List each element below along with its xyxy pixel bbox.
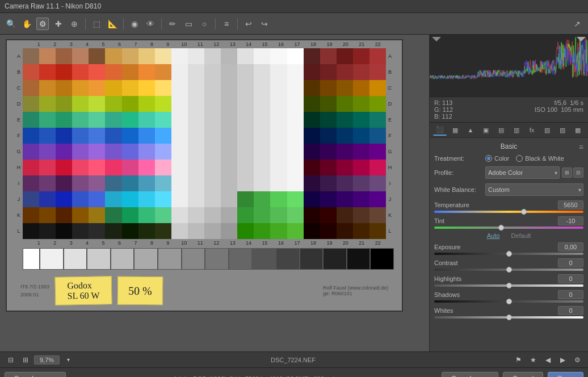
zoom-dropdown-arrow[interactable]: ▾ (62, 354, 74, 366)
minimize-icon[interactable]: ⊟ (5, 354, 17, 366)
color-sample-tool[interactable]: ✚ (52, 18, 65, 30)
calibration-icon[interactable]: ▩ (571, 124, 585, 136)
hand-tool[interactable]: ✋ (20, 18, 33, 30)
star-icon[interactable]: ★ (527, 354, 539, 366)
tint-track[interactable] (434, 227, 583, 229)
shadows-thumb[interactable] (506, 299, 512, 304)
cancel-button[interactable]: Cancel (503, 372, 543, 378)
temperature-row: Temperature (434, 200, 583, 213)
exposure-thumb[interactable] (506, 251, 512, 257)
zoom-level[interactable]: 9,7% (34, 355, 60, 365)
effects-icon[interactable]: ▨ (556, 124, 569, 136)
highlights-row: Highlights (434, 274, 583, 287)
tone-curve-icon[interactable]: ▲ (464, 124, 477, 136)
target-tool[interactable]: ⊕ (68, 18, 81, 30)
main-area: 1 2 3 4 5 6 7 8 9 10 11 12 13 14 (0, 35, 588, 351)
temperature-thumb[interactable] (521, 209, 527, 215)
toolbar-divider-4 (215, 18, 216, 30)
wb-dropdown[interactable]: Custom As Shot Auto Daylight Cloudy Shad… (485, 183, 583, 196)
save-image-button[interactable]: Save Image... (5, 372, 66, 378)
contrast-value[interactable] (558, 258, 583, 267)
color-radio[interactable]: Color (485, 155, 509, 162)
redo-tool[interactable]: ↪ (258, 18, 271, 30)
shadows-label: Shadows (434, 291, 460, 298)
profile-dropdown[interactable]: Adobe Color (485, 166, 560, 179)
wb-label: White Balance: (434, 186, 485, 193)
next-icon[interactable]: ▶ (556, 354, 569, 366)
highlights-track[interactable] (434, 284, 583, 287)
detail-icon[interactable]: ▣ (479, 124, 493, 136)
wb-tool[interactable]: ⚙ (36, 18, 49, 30)
export-tool[interactable]: ↗ (571, 18, 583, 30)
image-panel: 1 2 3 4 5 6 7 8 9 10 11 12 13 14 (0, 35, 429, 351)
color-info: Adobe RGB (1998); 8 bit; 7360 by 4912 (3… (70, 375, 437, 378)
tint-value[interactable] (558, 216, 583, 225)
whites-value[interactable] (558, 306, 583, 315)
histogram-canvas (430, 35, 588, 80)
fit-icon[interactable]: ⊞ (19, 354, 32, 366)
transform-icon[interactable]: ▧ (540, 124, 554, 136)
wb-row: White Balance: Custom As Shot Auto Dayli… (434, 183, 583, 196)
r-value: 113 (442, 99, 452, 106)
panel-scroll-icon: ≡ (579, 143, 583, 152)
status-right: ⚑ ★ ◀ ▶ ⚙ (512, 354, 583, 366)
shadows-value[interactable] (558, 290, 583, 299)
highlights-value[interactable] (558, 274, 583, 283)
contrast-thumb[interactable] (506, 267, 512, 273)
contrast-track[interactable] (434, 269, 583, 271)
status-left: ⊟ ⊞ 9,7% ▾ (5, 354, 74, 366)
shadows-track[interactable] (434, 300, 583, 303)
default-button[interactable]: Default (511, 232, 531, 239)
exposure-track[interactable] (434, 253, 583, 255)
prev-icon[interactable]: ◀ (541, 354, 554, 366)
filter-tool[interactable]: ▭ (182, 18, 195, 30)
bw-radio-circle (516, 155, 523, 162)
radial-tool[interactable]: ○ (198, 18, 211, 30)
auto-button[interactable]: Auto (487, 232, 500, 239)
prefs-tool[interactable]: ≡ (220, 18, 233, 30)
contrast-row: Contrast (434, 258, 583, 271)
toolbar-divider-3 (161, 18, 162, 30)
temperature-label: Temperature (434, 202, 469, 208)
redeye-tool[interactable]: 👁 (144, 18, 157, 30)
bw-radio[interactable]: Black & White (516, 155, 564, 162)
undo-tool[interactable]: ↩ (242, 18, 255, 30)
filename-display: DSC_7224.NEF (79, 357, 507, 363)
whites-track[interactable] (434, 316, 583, 319)
whites-thumb[interactable] (506, 315, 512, 320)
straighten-tool[interactable]: 📐 (106, 18, 119, 30)
histogram-icon[interactable]: ⬛ (433, 124, 447, 136)
tint-thumb[interactable] (498, 225, 504, 231)
brush-tool[interactable]: ✏ (166, 18, 179, 30)
retouch-tool[interactable]: ◉ (128, 18, 141, 30)
zoom-tool[interactable]: 🔍 (5, 18, 17, 30)
basic-panel-icon[interactable]: ▦ (448, 124, 462, 136)
profile-list-view[interactable]: ⊟ (573, 167, 583, 178)
panel-icons-row: ⬛ ▦ ▲ ▣ ▤ ▥ fx ▧ ▨ ▩ (430, 123, 588, 138)
toolbar-divider-2 (123, 18, 124, 30)
hsl-icon[interactable]: ▤ (494, 124, 508, 136)
focal: 105 mm (561, 106, 583, 113)
lens-icon[interactable]: fx (525, 124, 539, 136)
split-tone-icon[interactable]: ▥ (510, 124, 523, 136)
exposure-value[interactable] (558, 242, 583, 252)
settings-icon[interactable]: ⚙ (571, 354, 583, 366)
profile-row: Profile: Adobe Color ⊞ ⊟ (434, 166, 583, 179)
highlights-thumb[interactable] (506, 283, 512, 288)
crop-tool[interactable]: ⬚ (90, 18, 103, 30)
right-panel: R: 113 G: 112 B: 112 f/5,6 1/6 s ISO 100… (429, 35, 588, 351)
b-value: 112 (442, 113, 452, 120)
open-image-button[interactable]: Open Image (442, 372, 498, 378)
done-button[interactable]: Done (548, 372, 583, 378)
treatment-control: Color Black & White (485, 155, 583, 162)
whites-row: Whites (434, 306, 583, 319)
profile-icons: ⊞ ⊟ (562, 167, 583, 178)
profile-grid-view[interactable]: ⊞ (562, 167, 572, 178)
temperature-track[interactable] (434, 211, 583, 213)
profile-label: Profile: (434, 169, 485, 176)
flag-icon[interactable]: ⚑ (512, 354, 524, 366)
title-bar: Camera Raw 11.1 - Nikon D810 (0, 0, 588, 13)
footer: Save Image... Adobe RGB (1998); 8 bit; 7… (0, 367, 588, 377)
temperature-value[interactable] (558, 200, 583, 210)
exposure-label: Exposure (434, 244, 460, 250)
